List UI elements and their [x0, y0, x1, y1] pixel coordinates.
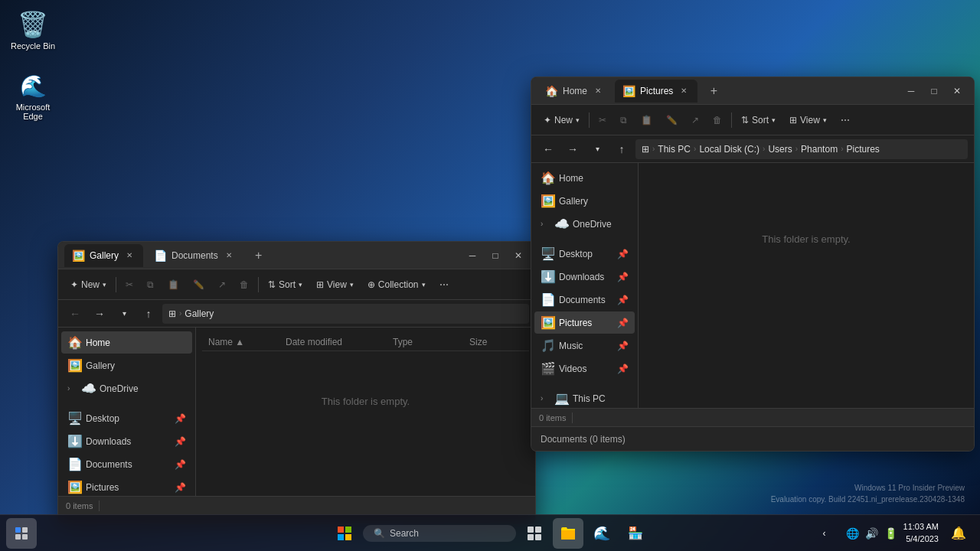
recycle-bin-icon[interactable]: 🗑️ Recycle Bin	[6, 6, 60, 54]
add-tab-gallery[interactable]: +	[249, 246, 269, 266]
store-taskbar-btn[interactable]: 🏪	[620, 518, 651, 549]
sidebar-item-videos-pictures[interactable]: 🎬 Videos 📌	[534, 357, 635, 380]
sidebar-item-onedrive-pictures[interactable]: › ☁️ OneDrive	[534, 213, 635, 235]
delete-btn-gallery[interactable]: 🗑	[234, 273, 255, 296]
sidebar-item-gallery-pictures[interactable]: 🖼️ Gallery	[534, 190, 635, 212]
new-button-gallery[interactable]: ✦ New ▾	[64, 273, 113, 296]
sort-btn-pictures[interactable]: ⇅ Sort ▾	[735, 109, 782, 132]
copy-btn-pictures[interactable]: ⧉	[614, 109, 633, 132]
cut-btn-pictures[interactable]: ✂	[593, 109, 612, 132]
taskbar-center: 🔍 Search 🌊 🏪	[329, 518, 651, 549]
sidebar-item-gallery[interactable]: 🖼️ Gallery	[61, 354, 192, 377]
sidebar-item-documents-pictures[interactable]: 📄 Documents 📌	[534, 289, 635, 311]
pictures-item-count: 0 items	[539, 413, 566, 422]
sidebar-item-music-pictures[interactable]: 🎵 Music 📌	[534, 334, 635, 357]
back-btn-pictures[interactable]: ←	[537, 139, 559, 160]
pin-icon-videos-pics: 📌	[617, 364, 629, 374]
copy-btn-gallery[interactable]: ⧉	[141, 273, 160, 296]
documents-tab-close[interactable]: ✕	[223, 249, 235, 262]
view-btn-gallery[interactable]: ⊞ View ▾	[310, 273, 360, 296]
sort-btn-gallery[interactable]: ⇅ Sort ▾	[262, 273, 309, 296]
more-btn-gallery[interactable]: ⋯	[433, 273, 455, 296]
view-btn-pictures[interactable]: ⊞ View ▾	[783, 109, 833, 132]
svg-rect-4	[338, 527, 344, 533]
gallery-tab-close[interactable]: ✕	[123, 249, 136, 262]
pictures-tab-close[interactable]: ✕	[678, 85, 690, 97]
recent-btn-gallery[interactable]: ▾	[113, 303, 135, 324]
pictures-nav-bar: ← → ▾ ↑ ⊞ › This PC › Local Disk (C:) › …	[531, 135, 974, 163]
sidebar-item-desktop-pictures[interactable]: 🖥️ Desktop 📌	[534, 243, 635, 265]
notification-btn[interactable]: 🔔	[943, 518, 974, 549]
address-bar-pictures[interactable]: ⊞ › This PC › Local Disk (C:) › Users › …	[635, 139, 968, 159]
cut-btn-gallery[interactable]: ✂	[119, 273, 139, 296]
pictures-close-btn[interactable]: ✕	[946, 80, 968, 102]
address-bar-gallery[interactable]: ⊞ › Gallery	[162, 304, 529, 324]
pin-icon-pics-pics: 📌	[617, 318, 629, 328]
tab-pictures[interactable]: 🖼️ Pictures ✕	[615, 80, 697, 103]
sidebar-item-documents-gallery[interactable]: 📄 Documents 📌	[61, 453, 192, 475]
search-bar[interactable]: 🔍 Search	[363, 525, 516, 542]
sidebar-item-thispc-pictures[interactable]: › 💻 This PC	[534, 387, 635, 408]
forward-btn-pictures[interactable]: →	[562, 139, 583, 160]
tab-documents[interactable]: 📄 Documents ✕	[146, 244, 243, 267]
battery-tray-icon[interactable]: 🔋	[883, 526, 899, 541]
delete-btn-pictures[interactable]: 🗑	[707, 109, 728, 132]
up-btn-pictures[interactable]: ↑	[611, 139, 632, 160]
windows-watermark: Windows 11 Pro Insider Preview Evaluatio…	[771, 482, 965, 505]
recent-btn-pictures[interactable]: ▾	[586, 139, 608, 160]
new-button-pictures[interactable]: ✦ New ▾	[537, 109, 586, 132]
edge-desktop-icon[interactable]: 🌊 Microsoft Edge	[6, 67, 60, 124]
svg-rect-10	[528, 534, 534, 540]
col-name-gallery: Name ▲	[208, 337, 286, 347]
gallery-maximize-btn[interactable]: □	[485, 245, 506, 266]
sidebar-item-home-pictures[interactable]: 🏠 Home	[534, 167, 635, 189]
gallery-minimize-btn[interactable]: ─	[462, 245, 483, 266]
recycle-bin-label: Recycle Bin	[11, 41, 55, 51]
pictures-toolbar: ✦ New ▾ ✂ ⧉ 📋 ✏️ ↗ 🗑 ⇅ Sort ▾ ⊞ View ▾ ⋯	[531, 105, 974, 135]
back-btn-gallery[interactable]: ←	[64, 303, 86, 324]
volume-tray-icon[interactable]: 🔊	[864, 526, 880, 541]
documents-tab-icon: 📄	[154, 249, 167, 262]
show-hidden-icons-btn[interactable]: ‹	[809, 518, 840, 549]
sidebar-item-pictures-pictures[interactable]: 🖼️ Pictures 📌	[534, 311, 635, 334]
empty-message-gallery: This folder is empty.	[202, 354, 529, 448]
gallery-close-btn[interactable]: ✕	[508, 245, 529, 266]
pictures-minimize-btn[interactable]: ─	[900, 80, 922, 102]
share-btn-gallery[interactable]: ↗	[212, 273, 232, 296]
sidebar-item-onedrive-gallery[interactable]: › ☁️ OneDrive	[61, 377, 192, 399]
gallery-nav-bar: ← → ▾ ↑ ⊞ › Gallery	[58, 300, 535, 328]
clock-display[interactable]: 11:03 AM 5/4/2023	[903, 521, 939, 546]
widgets-btn[interactable]	[6, 518, 37, 549]
sidebar-item-pictures-gallery[interactable]: 🖼️ Pictures 📌	[61, 476, 192, 496]
tab-gallery[interactable]: 🖼️ Gallery ✕	[64, 244, 143, 267]
tab-home-pictures[interactable]: 🏠 Home ✕	[537, 80, 612, 103]
edge-taskbar-btn[interactable]: 🌊	[586, 518, 617, 549]
pictures-sidebar: 🏠 Home 🖼️ Gallery › ☁️ OneDrive 🖥️ Deskt…	[531, 163, 639, 408]
start-menu-btn[interactable]	[329, 518, 360, 549]
forward-btn-gallery[interactable]: →	[89, 303, 110, 324]
home-tab-close-pictures[interactable]: ✕	[592, 85, 604, 97]
toolbar-sep-1	[116, 277, 116, 292]
rename-btn-gallery[interactable]: ✏️	[187, 273, 211, 296]
sidebar-item-desktop-gallery[interactable]: 🖥️ Desktop 📌	[61, 407, 192, 429]
collection-btn-gallery[interactable]: ⊕ Collection ▾	[361, 273, 432, 296]
network-tray-icon[interactable]: 🌐	[844, 526, 861, 541]
sidebar-item-downloads-pictures[interactable]: ⬇️ Downloads 📌	[534, 266, 635, 288]
taskview-btn[interactable]	[519, 518, 550, 549]
pictures-maximize-btn[interactable]: □	[923, 80, 945, 102]
svg-rect-6	[338, 534, 344, 540]
add-tab-pictures[interactable]: +	[704, 81, 724, 101]
up-btn-gallery[interactable]: ↑	[138, 303, 159, 324]
sidebar-item-home-gallery[interactable]: 🏠 Home	[61, 331, 192, 354]
taskbar-right: ‹ 🌐 🔊 🔋 11:03 AM 5/4/2023 🔔	[809, 518, 974, 549]
more-btn-pictures[interactable]: ⋯	[835, 109, 856, 132]
paste-btn-pictures[interactable]: 📋	[635, 109, 658, 132]
gallery-item-count: 0 items	[66, 501, 93, 510]
pin-icon-desktop-pics: 📌	[617, 249, 629, 259]
file-explorer-taskbar-btn[interactable]	[553, 518, 583, 549]
pin-icon-docs-pics: 📌	[617, 295, 629, 305]
sidebar-item-downloads-gallery[interactable]: ⬇️ Downloads 📌	[61, 430, 192, 452]
rename-btn-pictures[interactable]: ✏️	[660, 109, 684, 132]
share-btn-pictures[interactable]: ↗	[685, 109, 705, 132]
paste-btn-gallery[interactable]: 📋	[162, 273, 185, 296]
